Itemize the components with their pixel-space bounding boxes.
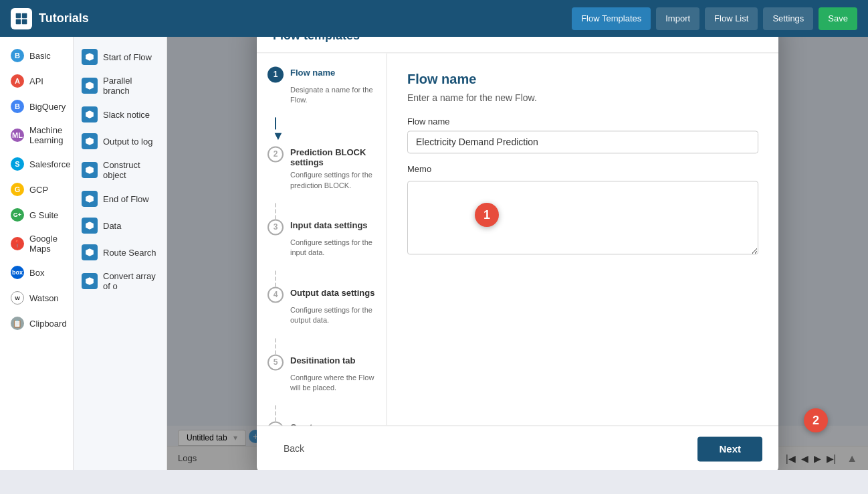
box-icon: box (11, 266, 24, 279)
flow-item-parallel[interactable]: Parallel branch (74, 70, 167, 101)
step-3: 3 Input data settings Configure settings… (267, 219, 376, 258)
topbar: Tutorials Flow Templates Import Flow Lis… (0, 0, 868, 37)
step-4-header: 4 Output data settings (267, 286, 376, 303)
flow-list-button[interactable]: Flow List (705, 7, 758, 30)
flow-templates-button[interactable]: Flow Templates (572, 7, 651, 30)
step-6-label: Create (290, 423, 317, 425)
steps-panel: 1 Flow name Designate a name for the Flo… (257, 53, 387, 425)
sidebar-item-gsuite[interactable]: G+ G Suite (3, 203, 70, 227)
sidebar-item-gcp[interactable]: G GCP (3, 177, 70, 201)
step-1-header: 1 Flow name (267, 66, 376, 82)
badge-callout-2: 2 (804, 408, 828, 432)
flow-item-icon (82, 191, 98, 207)
modal-title: Flow templates (273, 37, 360, 43)
sidebar-item-ml[interactable]: ML Machine Learning (3, 120, 70, 151)
gcp-icon: G (11, 183, 24, 196)
step-5-header: 5 Desitination tab (267, 354, 376, 370)
flow-item-slack[interactable]: Slack notice (74, 101, 167, 128)
back-button[interactable]: Back (273, 438, 315, 459)
next-button[interactable]: Next (697, 436, 762, 461)
step-2-desc: Configure settings for the prediction BL… (290, 171, 376, 191)
content-title: Flow name (407, 72, 758, 87)
flow-item-icon (82, 218, 98, 234)
sidebar-label-basic: Basic (29, 51, 51, 61)
sidebar-item-watson[interactable]: W Watson (3, 286, 70, 310)
step-2: 2 Prediction BLOCK settings Configure se… (267, 147, 376, 191)
step-1: 1 Flow name Designate a name for the Flo… (267, 66, 376, 106)
flow-item-icon (82, 162, 98, 178)
sidebar-item-bigquery[interactable]: B BigQuery (3, 94, 70, 118)
step-2-number: 2 (267, 147, 284, 163)
flow-item-start[interactable]: Start of Flow (74, 44, 167, 70)
step-3-number: 3 (267, 219, 284, 235)
step-connector-1 (275, 118, 376, 130)
settings-button[interactable]: Settings (763, 7, 813, 30)
modal-body: 1 Flow name Designate a name for the Flo… (257, 53, 778, 425)
step-4-label: Output data settings (290, 288, 374, 298)
sidebar-label-gcp: GCP (29, 185, 48, 195)
watson-icon: W (11, 291, 24, 305)
step-5-number: 5 (267, 354, 284, 370)
step-6: 6 Create (267, 422, 376, 425)
svg-rect-2 (16, 19, 21, 24)
sidebar-label-ml: Machine Learning (29, 125, 64, 145)
step-connector-4 (275, 338, 376, 354)
flow-item-label: Parallel branch (103, 76, 158, 96)
svg-rect-3 (22, 19, 27, 24)
flow-item-icon (82, 133, 98, 149)
memo-label: Memo (407, 164, 758, 174)
svg-rect-1 (22, 13, 27, 18)
flow-item-convert[interactable]: Convert array of o (74, 266, 167, 297)
flow-item-label: Convert array of o (103, 271, 158, 291)
import-button[interactable]: Import (656, 7, 699, 30)
step-2-label: Prediction BLOCK settings (290, 148, 376, 168)
flow-item-construct[interactable]: Construct object (74, 155, 167, 185)
step-arrow-1: ▼ (272, 130, 376, 144)
flow-item-end[interactable]: End of Flow (74, 185, 167, 212)
flow-item-output[interactable]: Output to log (74, 128, 167, 155)
googlemaps-icon: 📍 (11, 237, 24, 250)
flow-item-route[interactable]: Route Search (74, 239, 167, 266)
main-layout: B Basic A API B BigQuery ML Machine Lear… (0, 37, 868, 470)
badge-callout-1: 1 (475, 203, 499, 227)
flow-item-label: Start of Flow (103, 52, 152, 62)
sidebar-item-googlemaps[interactable]: 📍 Google Maps (3, 228, 70, 259)
gsuite-icon: G+ (11, 208, 24, 222)
app-logo (11, 8, 32, 29)
step-connector-2 (275, 203, 376, 219)
ml-icon: ML (11, 129, 24, 142)
canvas-area: Flow templates × 1 Flow name Designate a… (167, 37, 868, 470)
flow-item-label: Construct object (103, 160, 158, 180)
step-5-label: Desitination tab (290, 355, 356, 365)
svg-rect-0 (16, 13, 21, 18)
topbar-buttons: Flow Templates Import Flow List Settings… (572, 7, 857, 30)
flow-name-input[interactable] (407, 131, 758, 153)
api-icon: A (11, 74, 24, 88)
sidebar-item-basic[interactable]: B Basic (3, 44, 70, 68)
sidebar-item-clipboard[interactable]: 📋 Clipboard (3, 311, 70, 335)
modal-header: Flow templates × (257, 37, 778, 53)
sidebar-label-googlemaps: Google Maps (29, 234, 62, 254)
sidebar: B Basic A API B BigQuery ML Machine Lear… (0, 37, 74, 470)
sidebar-label-bigquery: BigQuery (29, 102, 66, 112)
step-4-desc: Configure settings for the output data. (290, 305, 376, 326)
step-4-number: 4 (267, 286, 284, 303)
basic-icon: B (11, 49, 24, 62)
step-1-label: Flow name (290, 68, 335, 78)
step-5: 5 Desitination tab Configure where the F… (267, 354, 376, 394)
sidebar-item-salesforce[interactable]: S Salesforce (3, 152, 70, 176)
save-button[interactable]: Save (819, 7, 857, 30)
sidebar-item-api[interactable]: A API (3, 69, 70, 93)
step-2-header: 2 Prediction BLOCK settings (267, 147, 376, 168)
sidebar-label-clipboard: Clipboard (29, 319, 67, 329)
step-3-header: 3 Input data settings (267, 219, 376, 235)
bigquery-icon: B (11, 100, 24, 113)
sidebar-item-box[interactable]: box Box (3, 260, 70, 284)
step-6-header: 6 Create (267, 422, 376, 425)
sidebar-label-salesforce: Salesforce (29, 159, 70, 169)
flow-item-data[interactable]: Data (74, 212, 167, 239)
flow-name-label: Flow name (407, 116, 758, 127)
step-4: 4 Output data settings Configure setting… (267, 286, 376, 326)
memo-textarea[interactable] (407, 181, 758, 254)
sidebar-label-api: API (29, 76, 43, 86)
